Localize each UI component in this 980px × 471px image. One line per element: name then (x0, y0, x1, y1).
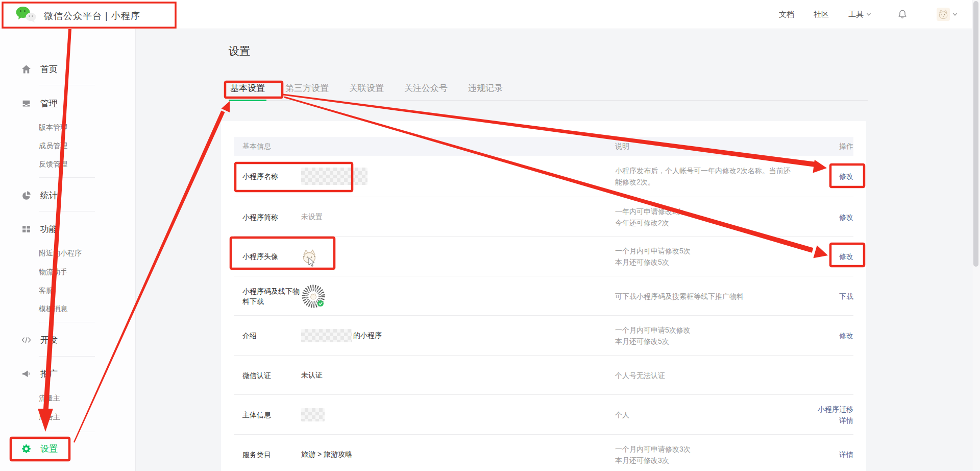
row-label: 小程序头像 (234, 251, 301, 262)
top-nav: 文档 社区 工具 (779, 0, 958, 29)
table-row-avatar: 小程序头像 一个月内可申请修改5次 本月还可修改5次 修改 (234, 236, 853, 276)
basic-info-card: 基本信息 说明 操作 小程序名称 小程序发布后，个人帐号可一年内修改2次名称。当… (221, 121, 866, 471)
row-description: 一个月内可申请修改5次 (615, 245, 795, 256)
sidebar: 首页 管理 版本管理 成员管理 反馈管理 统计 功能 附近的小程序 物流助手 客… (0, 29, 136, 471)
row-label: 微信认证 (234, 370, 301, 381)
row-label: 介绍 (234, 331, 301, 341)
header-operation: 操作 (820, 142, 853, 151)
nav-docs[interactable]: 文档 (779, 10, 794, 19)
sidebar-item-label: 首页 (40, 63, 58, 75)
settings-tabs: 基本设置 第三方设置 关联设置 关注公众号 违规记录 (229, 77, 868, 101)
sidebar-item-manage[interactable]: 管理 (0, 93, 58, 113)
row-description: 个人号无法认证 (615, 370, 795, 381)
page-title: 设置 (229, 44, 250, 58)
code-icon (21, 335, 31, 345)
table-row-introduction: 介绍 的小程序 一个月内可申请5次修改 本月还可修改5次 修改 (234, 315, 853, 356)
row-description: 一年内可申请修改2次 (615, 206, 795, 217)
migrate-mini-program-link[interactable]: 小程序迁移 (818, 404, 853, 415)
sidebar-item-nearby[interactable]: 附近的小程序 (0, 245, 82, 262)
nav-tools[interactable]: 工具 (848, 10, 871, 19)
table-row-service-category: 服务类目 旅游 > 旅游攻略 一个月内可申请修改3次 本月还可修改3次 详情 (234, 434, 853, 471)
row-description: 本月还可修改3次 (615, 455, 795, 466)
sidebar-item-stats[interactable]: 统计 (0, 185, 58, 205)
sidebar-divider (39, 211, 95, 211)
sidebar-item-label: 功能 (40, 223, 58, 235)
row-value: 的小程序 (353, 331, 382, 340)
sidebar-item-label: 开发 (40, 334, 58, 346)
table-header: 基本信息 说明 操作 (234, 137, 853, 156)
sidebar-item-label: 设置 (40, 443, 58, 455)
modify-avatar-link[interactable]: 修改 (839, 252, 853, 261)
row-label: 小程序码及线下物料下载 (234, 286, 301, 307)
sidebar-sub-label: 流量主 (39, 394, 60, 403)
row-label: 服务类目 (234, 450, 301, 460)
row-description: 可下载小程序码及搜索框等线下推广物料 (615, 291, 795, 302)
tab-violation-records[interactable]: 违规记录 (467, 82, 504, 100)
sidebar-item-label: 管理 (40, 98, 58, 109)
sidebar-item-advertiser[interactable]: 广告主 (0, 409, 60, 426)
modify-intro-link[interactable]: 修改 (839, 332, 853, 340)
row-value: 未设置 (301, 213, 615, 222)
sidebar-item-traffic[interactable]: 流量主 (0, 390, 60, 407)
sidebar-divider (39, 85, 95, 85)
nav-tools-label: 工具 (848, 10, 864, 19)
chevron-down-icon (952, 12, 958, 17)
platform-logo[interactable]: 微信公众平台 | 小程序 (15, 6, 140, 26)
sidebar-divider (39, 177, 95, 178)
sidebar-item-promote[interactable]: 推广 (0, 363, 58, 384)
row-description: 本月还可修改5次 (615, 256, 795, 268)
row-value: 旅游 > 旅游攻略 (301, 450, 615, 459)
sidebar-item-member-manage[interactable]: 成员管理 (0, 138, 67, 154)
nav-community[interactable]: 社区 (814, 10, 829, 19)
header-basic-info: 基本信息 (234, 142, 615, 151)
row-label: 小程序名称 (234, 171, 301, 181)
sidebar-item-features[interactable]: 功能 (0, 219, 58, 239)
top-bar: 微信公众平台 | 小程序 文档 社区 工具 (0, 0, 980, 29)
table-row-short-name: 小程序简称 未设置 一年内可申请修改2次 今年还可修改2次 修改 (234, 197, 853, 237)
sidebar-item-logistics[interactable]: 物流助手 (0, 264, 67, 280)
page-scrollbar[interactable] (972, 0, 980, 471)
download-code-link[interactable]: 下载 (839, 292, 853, 300)
sidebar-sub-label: 物流助手 (39, 268, 67, 277)
tray-icon (21, 99, 31, 108)
modify-name-link[interactable]: 修改 (839, 172, 853, 180)
table-row-subject-info: 主体信息 个人 小程序迁移 详情 (234, 394, 853, 435)
modify-short-name-link[interactable]: 修改 (839, 213, 853, 221)
sidebar-item-develop[interactable]: 开发 (0, 329, 58, 350)
megaphone-icon (21, 369, 31, 379)
tab-third-party-settings[interactable]: 第三方设置 (284, 82, 330, 100)
platform-logo-text: 微信公众平台 | 小程序 (44, 10, 140, 22)
grid-icon (21, 224, 31, 234)
sidebar-sub-label: 模板消息 (39, 304, 67, 314)
row-description: 本月还可修改5次 (615, 336, 795, 347)
mini-program-code-image (301, 284, 326, 309)
row-label: 主体信息 (234, 410, 301, 420)
subject-details-link[interactable]: 详情 (818, 415, 853, 426)
table-row-code-download: 小程序码及线下物料下载 可下载小程序码及搜索框等线下推广物料 下载 (234, 276, 853, 316)
redacted-intro-value (301, 329, 352, 342)
notification-bell-button[interactable] (897, 8, 908, 20)
sidebar-sub-label: 广告主 (39, 413, 60, 422)
redacted-subject-value (301, 408, 325, 421)
scrollbar-thumb[interactable] (973, 1, 978, 267)
chevron-down-icon (866, 12, 871, 17)
wechat-bubbles-icon (15, 6, 37, 26)
sidebar-item-settings[interactable]: 设置 (0, 438, 58, 459)
table-row-name: 小程序名称 小程序发布后，个人帐号可一年内修改2次名称。当前还能修改2次。 修改 (234, 156, 853, 197)
category-details-link[interactable]: 详情 (839, 451, 853, 459)
row-label: 小程序简称 (234, 212, 301, 222)
header-description: 说明 (615, 142, 820, 151)
sidebar-item-home[interactable]: 首页 (0, 59, 58, 79)
redacted-name-value (301, 168, 368, 185)
sidebar-item-version-manage[interactable]: 版本管理 (0, 120, 67, 136)
tab-follow-official-account[interactable]: 关注公众号 (403, 82, 449, 100)
sidebar-item-feedback-manage[interactable]: 反馈管理 (0, 156, 67, 173)
mouse-cursor (308, 257, 316, 268)
sidebar-sub-label: 成员管理 (39, 142, 67, 151)
tab-association-settings[interactable]: 关联设置 (348, 82, 385, 100)
sidebar-item-template-message[interactable]: 模板消息 (0, 301, 67, 317)
row-description: 小程序发布后，个人帐号可一年内修改2次名称。当前还能修改2次。 (615, 165, 795, 187)
sidebar-item-customer-service[interactable]: 客服 (0, 282, 53, 299)
tab-basic-settings[interactable]: 基本设置 (229, 82, 266, 101)
account-menu[interactable] (937, 8, 958, 21)
